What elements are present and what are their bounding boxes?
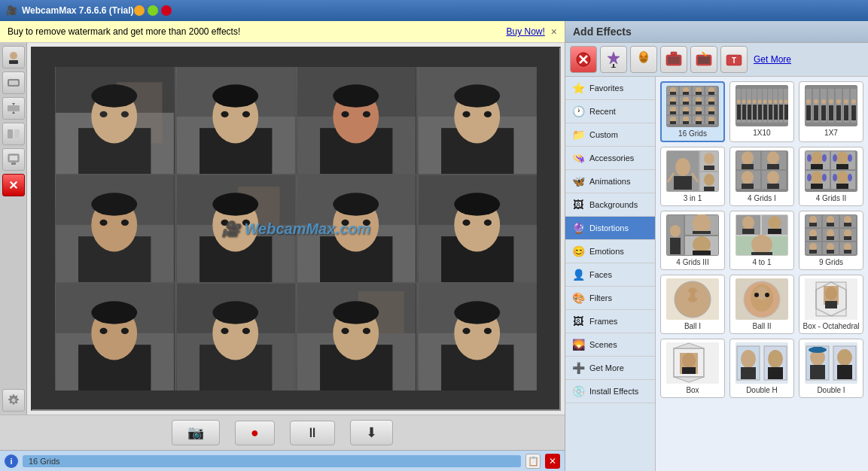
svg-point-56 xyxy=(212,193,258,215)
effect-thumbnail-ball1 xyxy=(666,278,719,320)
remove-effect-button[interactable] xyxy=(570,46,597,73)
svg-point-63 xyxy=(333,193,379,215)
category-item-custom[interactable]: 📁Custom xyxy=(565,123,655,147)
effect-item-1x10[interactable]: 1X10 xyxy=(729,81,794,142)
category-item-frames[interactable]: 🖼Frames xyxy=(565,310,655,333)
face-detect-button[interactable] xyxy=(2,46,25,68)
video-cell-10 xyxy=(176,284,296,390)
category-item-distortions[interactable]: 🔮Distortions xyxy=(565,217,655,240)
download-button[interactable]: ⬇ xyxy=(350,420,393,445)
svg-point-209 xyxy=(829,99,833,104)
record-button[interactable]: ● xyxy=(235,421,275,445)
settings-button[interactable] xyxy=(2,148,25,171)
category-item-emotions[interactable]: 😊Emotions xyxy=(565,240,655,263)
svg-point-297 xyxy=(809,229,817,237)
svg-point-227 xyxy=(704,153,714,165)
category-item-scenes[interactable]: 🌄Scenes xyxy=(565,333,655,357)
flip-button[interactable] xyxy=(2,97,25,120)
svg-point-278 xyxy=(742,216,754,229)
category-item-favorites[interactable]: ⭐Favorites xyxy=(565,77,655,100)
effect-item-3in1[interactable]: 3 in 1 xyxy=(660,147,725,206)
effect-thumbnail-1x7 xyxy=(805,85,857,126)
svg-point-212 xyxy=(836,99,841,104)
effect-item-16grids[interactable]: 16 Grids xyxy=(660,81,725,142)
red-x-button[interactable]: ✕ xyxy=(2,174,25,196)
effect-item-4grids3[interactable]: 4 Grids III xyxy=(660,211,725,270)
close-button[interactable] xyxy=(161,5,172,16)
window-controls xyxy=(134,5,172,16)
delete-button[interactable]: ✕ xyxy=(545,454,560,469)
svg-point-218 xyxy=(851,99,856,104)
effect-name-boxoctahedral: Box - Octahedral xyxy=(803,322,859,330)
svg-rect-258 xyxy=(811,184,823,189)
pause-button[interactable]: ⏸ xyxy=(290,421,335,445)
recent-icon: 🕐 xyxy=(570,103,586,120)
wizard-button[interactable] xyxy=(600,46,627,73)
current-effect-label: 16 Grids xyxy=(23,455,521,467)
category-item-install-effects[interactable]: 💿Install Effects xyxy=(565,380,655,403)
category-item-animations[interactable]: 🦋Animations xyxy=(565,170,655,193)
effect-item-ball2[interactable]: Ball II xyxy=(729,275,794,334)
category-item-get-more[interactable]: ➕Get More xyxy=(565,357,655,380)
svg-point-100 xyxy=(462,328,470,334)
svg-point-42 xyxy=(462,111,470,117)
effect-item-doubleh[interactable]: Double H xyxy=(729,339,794,398)
svg-point-291 xyxy=(827,216,834,223)
copy-button[interactable]: 📋 xyxy=(525,454,541,469)
video-cell-9 xyxy=(55,284,175,390)
info-icon[interactable]: i xyxy=(5,454,18,468)
effect-item-doublei[interactable]: Double I xyxy=(799,339,863,398)
get-more-button[interactable]: Get More xyxy=(754,54,791,65)
svg-rect-160 xyxy=(683,121,689,124)
category-item-recent[interactable]: 🕐Recent xyxy=(565,100,655,123)
effect-item-4grids2[interactable]: 4 Grids II xyxy=(799,147,863,206)
svg-rect-136 xyxy=(683,102,689,105)
effect-item-ball1[interactable]: Ball I xyxy=(660,275,725,334)
effect-thumbnail-3in1 xyxy=(666,150,719,192)
svg-rect-275 xyxy=(693,251,711,255)
buy-now-link[interactable]: Buy Now! xyxy=(506,26,544,37)
svg-point-260 xyxy=(822,174,827,181)
mirror-button[interactable] xyxy=(2,123,25,145)
animations-icon: 🦋 xyxy=(570,173,586,190)
svg-point-71 xyxy=(462,220,470,226)
category-item-accessories[interactable]: 👒Accessories xyxy=(565,147,655,170)
minimize-button[interactable] xyxy=(134,5,145,16)
effect-item-4grids1[interactable]: 4 Grids I xyxy=(729,147,794,206)
svg-rect-151 xyxy=(696,111,702,114)
svg-rect-142 xyxy=(708,102,714,105)
effect-item-9grids[interactable]: 9 Grids xyxy=(799,211,863,270)
notification-close-button[interactable]: × xyxy=(551,26,557,38)
svg-rect-244 xyxy=(767,184,779,189)
effect-item-boxoctahedral[interactable]: Box - Octahedral xyxy=(799,275,863,334)
effect-item-box[interactable]: Box xyxy=(660,339,725,398)
text-effect-button[interactable]: T xyxy=(720,46,748,73)
effect-name-ball1: Ball I xyxy=(684,322,701,330)
camera-capture-button[interactable]: 📷 xyxy=(172,420,220,445)
fire-effect-button[interactable] xyxy=(690,46,717,73)
effect-item-4to1[interactable]: 4 to 1 xyxy=(729,211,794,270)
svg-rect-310 xyxy=(827,250,834,254)
video-cell-5 xyxy=(55,175,175,282)
effects-button[interactable] xyxy=(2,71,25,94)
category-item-backgrounds[interactable]: 🖼Backgrounds xyxy=(565,193,655,217)
effect-name-doubleh: Double H xyxy=(746,386,778,394)
svg-point-93 xyxy=(341,328,349,334)
category-item-faces[interactable]: 👤Faces xyxy=(565,263,655,287)
category-label-filters: Filters xyxy=(589,293,612,302)
svg-point-354 xyxy=(837,349,852,366)
svg-point-187 xyxy=(769,100,772,104)
effect-item-1x7[interactable]: 1X7 xyxy=(799,81,863,142)
effect-thumbnail-4grids1 xyxy=(736,150,788,192)
camera-effect-button[interactable] xyxy=(660,46,687,73)
svg-point-306 xyxy=(809,243,817,251)
maximize-button[interactable] xyxy=(148,5,158,16)
magic-wand-button[interactable] xyxy=(630,46,657,73)
gear-settings-button[interactable] xyxy=(2,389,25,412)
video-cell-1 xyxy=(55,67,175,174)
notification-bar: Buy to remove watermark and get more tha… xyxy=(0,21,565,43)
accessories-icon: 👒 xyxy=(570,150,586,166)
svg-point-330 xyxy=(825,287,837,300)
effect-name-4grids2: 4 Grids II xyxy=(816,194,847,202)
category-item-filters[interactable]: 🎨Filters xyxy=(565,287,655,310)
